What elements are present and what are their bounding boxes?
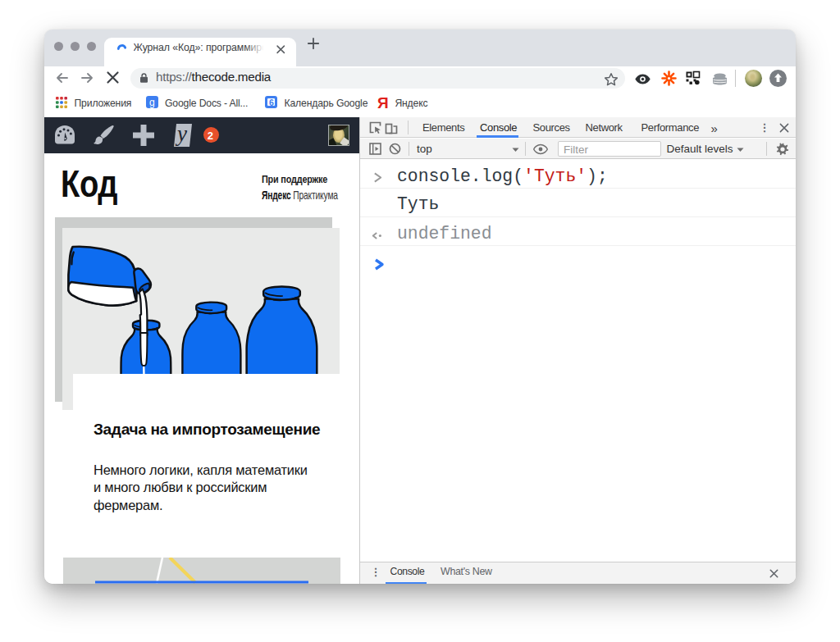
svg-text:y: y	[175, 121, 187, 146]
